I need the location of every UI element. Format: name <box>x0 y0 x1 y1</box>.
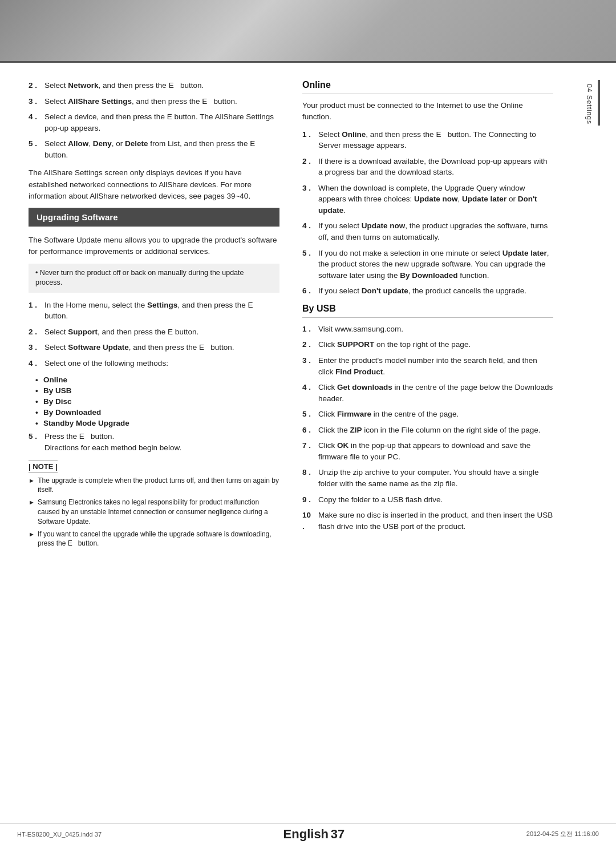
upgrade-intro-para: The Software Update menu allows you to u… <box>29 235 279 258</box>
method-downloaded: By Downloaded <box>35 408 279 417</box>
sidebar-accent-bar <box>598 80 600 126</box>
online-step-5: 5 . If you do not make a selection in on… <box>302 248 553 281</box>
online-steps: 1 . Select Online, and then press the E … <box>302 129 553 297</box>
note-item-2: ► Samsung Electronics takes no legal res… <box>29 498 279 526</box>
sidebar-label-text: 04 Settings <box>585 84 593 124</box>
step-4: 4 . Select a device, and then press the … <box>29 111 279 134</box>
usb-step-7: 7 . Click OK in the pop-up that appears … <box>302 440 553 462</box>
usb-step-10: 10 . Make sure no disc is inserted in th… <box>302 510 553 532</box>
note-section: | NOTE | ► The upgrade is complete when … <box>29 461 279 549</box>
online-title: Online <box>302 80 553 90</box>
usb-steps: 1 . Visit www.samsung.com. 2 . Click SUP… <box>302 324 553 532</box>
chapter-sidebar-label: 04 Settings <box>585 80 600 129</box>
step-2: 2 . Select Network, and then press the E… <box>29 80 279 91</box>
right-column: Online Your product must be connected to… <box>302 80 553 555</box>
top-decorative-bar <box>0 0 616 63</box>
upgrade-steps: 1 . In the Home menu, select the Setting… <box>29 300 279 369</box>
usb-title: By USB <box>302 304 553 314</box>
page-number: 37 <box>331 827 345 841</box>
online-step-6: 6 . If you select Don't update, the prod… <box>302 285 553 297</box>
usb-step-4: 4 . Click Get downloads in the centre of… <box>302 382 553 404</box>
usb-divider <box>302 317 553 318</box>
upgrade-step-2: 2 . Select Support, and then press the E… <box>29 326 279 338</box>
step-5: 5 . Select Allow, Deny, or Delete from L… <box>29 138 279 160</box>
upgrade-step-1: 1 . In the Home menu, select the Setting… <box>29 300 279 322</box>
usb-step-1: 1 . Visit www.samsung.com. <box>302 324 553 335</box>
online-step-3: 3 . When the download is complete, the U… <box>302 183 553 216</box>
online-divider <box>302 94 553 94</box>
method-standby: Standby Mode Upgrade <box>35 419 279 427</box>
online-step-1: 1 . Select Online, and then press the E … <box>302 129 553 151</box>
note-item-1: ► The upgrade is complete when the produ… <box>29 476 279 495</box>
note-item-3: ► If you want to cancel the upgrade whil… <box>29 530 279 549</box>
upgrade-step-5: 5 . Press the E button.Directions for ea… <box>29 431 279 453</box>
note-label: | NOTE | <box>29 461 58 473</box>
online-para: Your product must be connected to the In… <box>302 100 553 123</box>
method-online: Online <box>35 375 279 384</box>
usb-step-3: 3 . Enter the product's model number int… <box>302 355 553 377</box>
usb-step-9: 9 . Copy the folder to a USB flash drive… <box>302 494 553 506</box>
date-info: 2012-04-25 오전 11:16:00 <box>526 830 599 838</box>
page-number-area: English 37 <box>283 827 345 842</box>
upgrade-step-3: 3 . Select Software Update, and then pre… <box>29 342 279 353</box>
main-content: 2 . Select Network, and then press the E… <box>0 63 593 572</box>
allshare-steps: 2 . Select Network, and then press the E… <box>29 80 279 160</box>
usb-step-6: 6 . Click the ZIP icon in the File colum… <box>302 425 553 436</box>
left-column: 2 . Select Network, and then press the E… <box>29 80 279 555</box>
usb-step-2: 2 . Click SUPPORT on the top right of th… <box>302 339 553 350</box>
section-heading-upgrading: Upgrading Software <box>29 208 279 227</box>
online-step-4: 4 . If you select Update now, the produc… <box>302 220 553 243</box>
file-info: HT-ES8200_XU_0425.indd 37 <box>17 831 102 838</box>
method-disc: By Disc <box>35 397 279 406</box>
usb-step-8: 8 . Unzip the zip archive to your comput… <box>302 467 553 489</box>
step-3: 3 . Select AllShare Settings, and then p… <box>29 96 279 107</box>
allshare-para: The AllShare Settings screen only displa… <box>29 167 279 202</box>
method-list: Online By USB By Disc By Downloaded Stan… <box>35 375 279 427</box>
online-step-2: 2 . If there is a download available, th… <box>302 156 553 178</box>
bottom-bar: HT-ES8200_XU_0425.indd 37 English 37 201… <box>0 823 616 844</box>
upgrade-step-4: 4 . Select one of the following methods: <box>29 358 279 369</box>
note-warning-box: • Never turn the product off or back on … <box>29 264 279 293</box>
method-usb: By USB <box>35 386 279 395</box>
upgrade-step-5-container: 5 . Press the E button.Directions for ea… <box>29 431 279 453</box>
usb-step-5: 5 . Click Firmware in the centre of the … <box>302 409 553 420</box>
